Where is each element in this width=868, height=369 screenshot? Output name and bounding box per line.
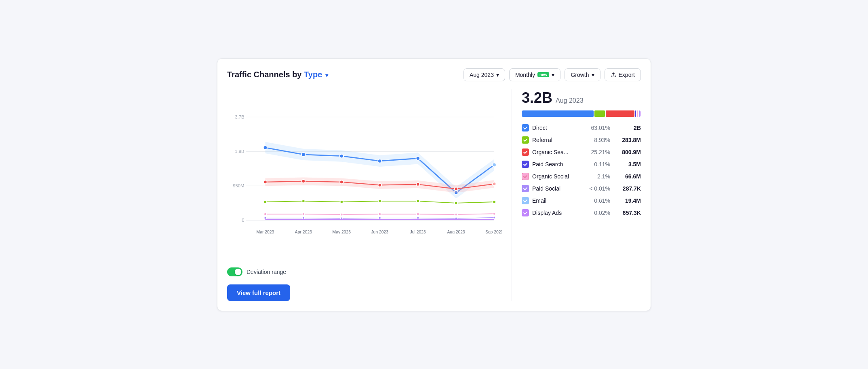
organic-social-check — [522, 173, 529, 180]
deviation-label: Deviation range — [246, 269, 286, 275]
bar-organic-social — [637, 110, 638, 117]
svg-text:Apr 2023: Apr 2023 — [295, 230, 312, 234]
channel-val: 2B — [613, 125, 641, 131]
page-title: Traffic Channels by Type ▾ — [227, 70, 328, 79]
svg-point-38 — [264, 212, 267, 215]
channel-val: 800.9M — [613, 149, 641, 155]
svg-point-31 — [264, 200, 267, 204]
svg-point-16 — [263, 146, 267, 149]
svg-point-46 — [302, 216, 305, 219]
svg-point-47 — [341, 217, 343, 219]
svg-text:Mar 2023: Mar 2023 — [257, 230, 274, 234]
svg-text:950M: 950M — [233, 183, 244, 188]
svg-point-22 — [492, 163, 496, 166]
svg-point-25 — [302, 179, 305, 183]
svg-point-42 — [417, 212, 419, 215]
svg-point-27 — [378, 183, 382, 187]
svg-text:Jul 2023: Jul 2023 — [410, 230, 426, 234]
sidebar-date: Aug 2023 — [556, 97, 584, 104]
channel-val: 287.7K — [613, 185, 641, 192]
view-full-report-button[interactable]: View full report — [227, 284, 290, 301]
svg-text:3.7B: 3.7B — [235, 115, 244, 119]
svg-text:Sep 2023: Sep 2023 — [485, 230, 502, 234]
svg-point-41 — [378, 212, 381, 215]
new-badge: new — [537, 72, 549, 77]
main-card: Traffic Channels by Type ▾ Aug 2023 ▾ Mo… — [217, 58, 651, 311]
list-item[interactable]: Display Ads 0.02% 657.3K — [522, 208, 641, 218]
list-item[interactable]: Organic Social 2.1% 66.6M — [522, 171, 641, 182]
email-check — [522, 197, 529, 204]
date-chevron-icon: ▾ — [496, 72, 499, 78]
channel-pct: 0.11% — [589, 161, 610, 168]
stacked-bar — [522, 110, 641, 117]
deviation-row: Deviation range — [227, 267, 502, 276]
line-chart: 3.7B 1.9B 950M 0 Mar 2023 Apr 2023 May 2… — [227, 89, 502, 259]
channel-pct: 63.01% — [589, 125, 610, 131]
bar-referral — [594, 110, 605, 117]
period-dropdown[interactable]: Monthly new ▾ — [509, 68, 560, 81]
svg-point-36 — [455, 201, 458, 205]
svg-point-30 — [493, 182, 496, 186]
svg-point-48 — [379, 216, 381, 219]
display-ads-check — [522, 209, 529, 216]
title-type: Type — [304, 70, 322, 79]
chevron-down-icon[interactable]: ▾ — [324, 72, 328, 78]
list-item[interactable]: Direct 63.01% 2B — [522, 123, 641, 133]
sidebar-title-row: 3.2B Aug 2023 — [522, 89, 641, 106]
list-item[interactable]: Paid Social < 0.01% 287.7K — [522, 183, 641, 194]
channel-list: Direct 63.01% 2B Referral 8.93% 283.8M — [522, 123, 641, 218]
date-label: Aug 2023 — [470, 72, 494, 78]
svg-point-45 — [264, 216, 267, 219]
chart-area: 3.7B 1.9B 950M 0 Mar 2023 Apr 2023 May 2… — [227, 89, 502, 301]
channel-pct: 0.02% — [589, 210, 610, 216]
svg-point-51 — [493, 216, 495, 218]
list-item[interactable]: Paid Search 0.11% 3.5M — [522, 159, 641, 170]
svg-point-18 — [340, 154, 343, 157]
channel-pct: 2.1% — [589, 173, 610, 180]
export-label: Export — [619, 72, 635, 78]
svg-point-26 — [340, 180, 343, 184]
channel-name: Display Ads — [532, 210, 586, 216]
mode-chevron-icon: ▾ — [592, 72, 594, 78]
list-item[interactable]: Referral 8.93% 283.8M — [522, 135, 641, 145]
svg-point-39 — [302, 212, 305, 215]
channel-val: 66.6M — [613, 173, 641, 180]
mode-dropdown[interactable]: Growth ▾ — [565, 68, 600, 81]
referral-check — [522, 136, 529, 144]
svg-point-50 — [455, 217, 457, 219]
channel-val: 283.8M — [613, 137, 641, 143]
svg-point-33 — [340, 200, 343, 204]
bar-organic-search — [606, 110, 634, 117]
svg-point-28 — [416, 182, 420, 186]
main-content: 3.7B 1.9B 950M 0 Mar 2023 Apr 2023 May 2… — [227, 89, 641, 301]
svg-point-32 — [302, 199, 305, 203]
deviation-toggle[interactable] — [227, 267, 242, 276]
channel-val: 3.5M — [613, 161, 641, 168]
mode-label: Growth — [571, 72, 589, 78]
svg-point-49 — [417, 216, 419, 219]
channel-name: Paid Social — [532, 185, 586, 192]
bar-paid-search — [635, 110, 636, 117]
export-icon — [611, 72, 616, 78]
header: Traffic Channels by Type ▾ Aug 2023 ▾ Mo… — [227, 68, 641, 81]
channel-name: Organic Social — [532, 173, 586, 180]
export-button[interactable]: Export — [605, 68, 641, 81]
list-item[interactable]: Organic Sea... 25.21% 800.9M — [522, 147, 641, 157]
svg-point-44 — [493, 212, 496, 215]
list-item[interactable]: Email 0.61% 19.4M — [522, 195, 641, 206]
paid-search-check — [522, 161, 529, 168]
sidebar-total: 3.2B — [522, 89, 552, 106]
bar-direct — [522, 110, 594, 117]
direct-check — [522, 124, 529, 131]
svg-point-29 — [454, 187, 458, 191]
channel-pct: < 0.01% — [589, 185, 610, 192]
svg-text:0: 0 — [242, 218, 244, 223]
svg-point-20 — [416, 156, 420, 160]
organic-search-check — [522, 148, 529, 156]
channel-name: Email — [532, 197, 586, 204]
date-dropdown[interactable]: Aug 2023 ▾ — [463, 68, 505, 81]
svg-point-34 — [378, 199, 381, 203]
channel-name: Direct — [532, 125, 586, 131]
paid-social-check — [522, 185, 529, 192]
channel-name: Referral — [532, 137, 586, 143]
